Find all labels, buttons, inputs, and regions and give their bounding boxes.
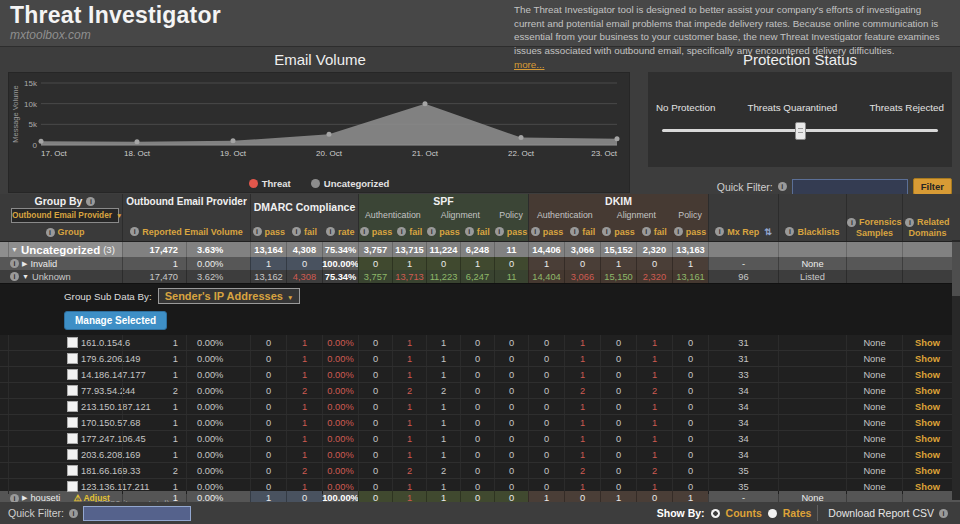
rates-radio[interactable] <box>768 509 777 518</box>
sub-group-dropdown[interactable]: Sender's IP Addresses <box>158 288 301 304</box>
table-cell: None <box>846 383 902 398</box>
table-cell: 0 <box>600 415 636 430</box>
filter-button[interactable]: Filter <box>913 178 952 195</box>
sort-icon[interactable] <box>762 227 772 237</box>
info-icon[interactable] <box>10 259 19 268</box>
table-cell: 1 <box>564 367 600 382</box>
blacklists-header[interactable]: Blacklists <box>779 222 846 241</box>
table-cell: 1 <box>636 447 672 462</box>
table-cell: 0 <box>358 447 392 462</box>
show-related-domains-link[interactable]: Show <box>902 431 952 446</box>
dmarc-pass-header[interactable]: pass <box>251 222 287 241</box>
table-cell: 6,248 <box>460 242 494 257</box>
expand-right-icon[interactable]: ▶ <box>22 494 27 502</box>
row-checkbox[interactable] <box>67 401 78 412</box>
ip-row: 177.247.106.4510.00%010.00%011000101034N… <box>0 431 960 447</box>
label-threats-rejected: Threats Rejected <box>869 102 944 113</box>
dkim-align-fail-header[interactable]: fail <box>636 222 672 241</box>
show-related-domains-link[interactable]: Show <box>902 367 952 382</box>
row-checkbox[interactable] <box>67 385 78 396</box>
table-cell: 0 <box>672 447 708 462</box>
related-domains-header[interactable]: Related Domains <box>903 217 952 241</box>
row-checkbox[interactable] <box>67 353 78 364</box>
table-cell: 0 <box>672 399 708 414</box>
spf-heading: SPF <box>359 194 528 209</box>
info-icon[interactable] <box>10 272 19 281</box>
table-cell: 0 <box>286 257 322 270</box>
site-name: mxtoolbox.com <box>10 28 221 42</box>
show-related-domains-link[interactable]: Show <box>902 351 952 366</box>
table-cell: 0 <box>460 351 494 366</box>
spf-auth-fail-header[interactable]: fail <box>393 222 427 241</box>
protection-slider-handle[interactable] <box>795 122 806 140</box>
counts-label[interactable]: Counts <box>726 507 762 519</box>
table-cell: 0 <box>358 257 392 270</box>
info-icon[interactable] <box>130 227 139 236</box>
table-cell: 1 <box>564 351 600 366</box>
table-cell <box>778 367 846 382</box>
dkim-align-pass-header[interactable]: pass <box>601 222 637 241</box>
spf-align-pass-header[interactable]: pass <box>427 222 461 241</box>
spf-policy-pass-header[interactable]: pass <box>494 222 528 241</box>
rates-label[interactable]: Rates <box>783 507 812 519</box>
quick-filter-top-input[interactable] <box>792 179 908 195</box>
table-cell: 2 <box>392 463 426 478</box>
manage-selected-button[interactable]: Manage Selected <box>64 311 167 330</box>
table-scrollbar[interactable] <box>952 240 960 500</box>
table-rows-main: ▼Uncategorized(3)17,4723.63%13,1644,3087… <box>0 242 960 283</box>
counts-radio[interactable] <box>711 509 720 518</box>
info-icon[interactable] <box>69 509 78 518</box>
spf-align-fail-header[interactable]: fail <box>460 222 494 241</box>
expand-down-icon[interactable]: ▼ <box>11 246 18 253</box>
spf-auth-pass-header[interactable]: pass <box>359 222 393 241</box>
dmarc-fail-header[interactable]: fail <box>287 222 323 241</box>
dkim-auth-fail-header[interactable]: fail <box>565 222 601 241</box>
download-csv-button[interactable]: Download Report CSV <box>817 505 952 521</box>
table-cell: 96 <box>708 270 778 283</box>
info-icon <box>427 227 436 236</box>
dkim-policy-pass-header[interactable]: pass <box>672 222 708 241</box>
group-by-dropdown[interactable]: Outbound Email Provider <box>11 208 119 223</box>
table-cell: 1 <box>564 431 600 446</box>
info-icon[interactable] <box>46 228 55 237</box>
row-checkbox[interactable] <box>67 337 78 348</box>
row-checkbox[interactable] <box>67 433 78 444</box>
table-cell: 100.00% <box>322 257 358 270</box>
ip-rows: 161.0.154.610.00%010.00%011000101031None… <box>0 335 960 495</box>
info-icon[interactable] <box>778 182 787 191</box>
table-cell: 31 <box>708 335 778 350</box>
row-checkbox[interactable] <box>67 449 78 460</box>
forensics-header[interactable]: Forensics Samples <box>847 217 902 241</box>
info-icon[interactable] <box>86 197 95 206</box>
table-cell: 0 <box>672 335 708 350</box>
quick-filter-bottom-input[interactable] <box>83 506 191 521</box>
show-related-domains-link[interactable]: Show <box>902 383 952 398</box>
scrollbar-thumb[interactable] <box>952 242 960 296</box>
dkim-auth-pass-header[interactable]: pass <box>529 222 565 241</box>
table-cell: 0 <box>250 415 286 430</box>
table-cell <box>778 351 846 366</box>
show-related-domains-link[interactable]: Show <box>902 447 952 462</box>
table-cell: 0.00% <box>186 431 250 446</box>
table-cell: 1 <box>426 399 460 414</box>
row-checkbox[interactable] <box>67 417 78 428</box>
mxrep-header[interactable]: Mx Rep <box>709 222 778 241</box>
table-cell: 2 <box>122 463 186 478</box>
expand-right-icon[interactable]: ▶ <box>22 260 27 268</box>
row-checkbox[interactable] <box>67 369 78 380</box>
row-checkbox[interactable] <box>67 465 78 476</box>
show-related-domains-link[interactable]: Show <box>902 335 952 350</box>
table-cell: 3,066 <box>564 270 600 283</box>
expand-down-icon[interactable]: ▼ <box>22 273 29 280</box>
show-related-domains-link[interactable]: Show <box>902 463 952 478</box>
table-cell: 0 <box>528 399 564 414</box>
show-related-domains-link[interactable]: Show <box>902 399 952 414</box>
show-related-domains-link[interactable]: Show <box>902 415 952 430</box>
table-cell: 0.00% <box>186 383 250 398</box>
table-cell: 0 <box>636 257 672 270</box>
header-spf: SPF Authentication Alignment Policy pass… <box>358 194 528 241</box>
dmarc-rate-header[interactable]: rate <box>322 222 358 241</box>
svg-text:22. Oct: 22. Oct <box>508 149 535 158</box>
protection-status-section: Protection Status No Protection Threats … <box>640 46 960 195</box>
quick-filter-top: Quick Filter: Filter <box>640 178 952 195</box>
